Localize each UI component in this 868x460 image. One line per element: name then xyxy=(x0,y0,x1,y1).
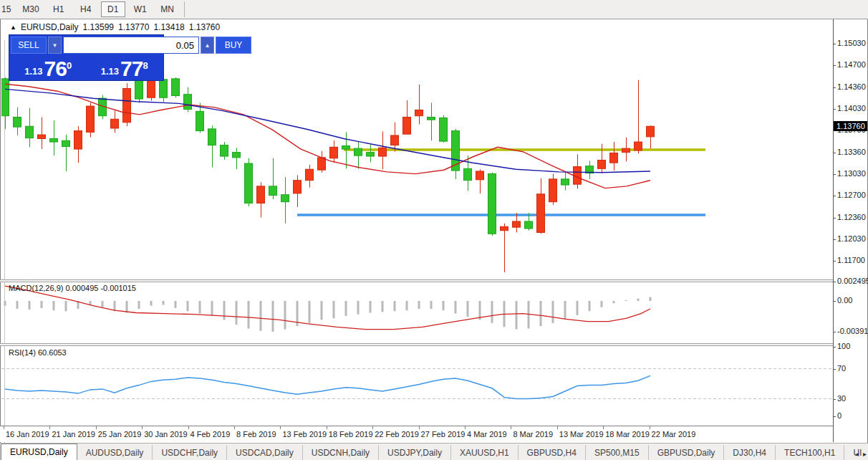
symbol-tab-dj30-h4[interactable]: DJ30,H4 xyxy=(724,445,776,460)
date-tick xyxy=(650,426,650,429)
date-tick xyxy=(557,426,558,429)
symbol-tab-eurusd-daily[interactable]: EURUSD,Daily xyxy=(1,444,77,460)
price-tick xyxy=(833,196,836,196)
rsi-splitter[interactable] xyxy=(0,343,833,346)
price-tick xyxy=(833,218,836,219)
rsi-axis-label: 0 xyxy=(837,411,842,420)
rsi-tick xyxy=(833,416,836,417)
buy-price-display[interactable]: 1.13 77 8 xyxy=(87,55,163,80)
date-tick xyxy=(96,426,97,429)
date-axis-label: 21 Jan 2019 xyxy=(52,430,95,439)
macd-axis-label: 0.002495 xyxy=(837,277,868,285)
date-tick xyxy=(327,426,327,429)
macd-tick xyxy=(833,282,836,282)
timeframe-button-15[interactable]: 15 xyxy=(0,1,15,17)
chart-symbol-label: EURUSD,Daily xyxy=(21,22,79,32)
date-axis-label: 22 Feb 2019 xyxy=(375,430,419,439)
rsi-axis-label: 30 xyxy=(837,394,846,403)
price-tick xyxy=(833,65,836,66)
macd-values: 0.000495 -0.001015 xyxy=(65,284,135,292)
ohlc-close: 1.13760 xyxy=(189,22,220,32)
macd-axis-label: 0.00 xyxy=(837,296,852,305)
date-axis-label: 25 Jan 2019 xyxy=(98,430,142,439)
volume-up-icon[interactable]: ▲ xyxy=(201,37,214,54)
volume-down-icon[interactable]: ▼ xyxy=(48,37,62,54)
timeframe-button-mn[interactable]: MN xyxy=(155,1,180,17)
symbol-tab-sp500-m15[interactable]: SP500,M15 xyxy=(586,445,649,460)
date-axis-label: 13 Mar 2019 xyxy=(559,430,604,439)
price-tick xyxy=(833,239,836,240)
date-tick xyxy=(603,426,604,429)
tab-scroll-right-icon[interactable]: ▸ xyxy=(863,450,867,458)
symbol-tab-gbpusd-h4[interactable]: GBPUSD,H4 xyxy=(519,445,586,460)
volume-input[interactable] xyxy=(63,37,199,54)
timeframe-button-w1[interactable]: W1 xyxy=(128,1,153,17)
buy-button[interactable]: BUY xyxy=(216,37,251,54)
symbol-tab-usdcnh-daily[interactable]: USDCNH,Daily xyxy=(303,445,379,460)
date-tick xyxy=(511,426,511,429)
macd-tick xyxy=(833,332,836,332)
macd-name: MACD(12,26,9) xyxy=(9,284,63,292)
date-axis-label: 18 Feb 2019 xyxy=(329,430,373,439)
price-axis-label: 1.13030 xyxy=(837,169,866,178)
sell-price-big: 76 xyxy=(44,59,67,79)
date-axis-label: 16 Jan 2019 xyxy=(6,430,49,439)
date-tick xyxy=(234,426,235,429)
date-tick xyxy=(419,426,420,429)
date-axis-label: 18 Mar 2019 xyxy=(605,430,650,439)
timeframe-button-h4[interactable]: H4 xyxy=(74,1,98,17)
price-axis-label: 1.14700 xyxy=(837,60,866,69)
symbol-tab-usdjpy-daily[interactable]: USDJPY,Daily xyxy=(379,445,451,460)
symbol-tab-tech100-h1[interactable]: TECH100,H1 xyxy=(776,445,844,460)
price-axis-label: 1.11700 xyxy=(837,256,865,264)
date-axis-label: 4 Feb 2019 xyxy=(191,430,231,439)
one-click-trade-panel: SELL ▼ ▲ BUY 1.13 76 0 1.13 77 8 xyxy=(9,34,164,81)
tab-scroll-left-icon[interactable]: ◂ xyxy=(855,450,859,458)
macd-label: MACD(12,26,9) 0.000495 -0.001015 xyxy=(9,284,136,292)
rsi-value: 60.6053 xyxy=(38,348,67,357)
buy-price-sup: 8 xyxy=(143,55,148,77)
sell-button[interactable]: SELL xyxy=(11,37,47,54)
rsi-tick xyxy=(833,369,836,370)
chart-window[interactable] xyxy=(0,19,868,443)
timeframe-buttons: 15M30H1H4D1W1MN xyxy=(0,1,181,17)
price-axis-label: 1.14360 xyxy=(837,82,866,91)
timeframe-toolbar: 15M30H1H4D1W1MN xyxy=(0,0,868,19)
tab-scroll-buttons: ◂▸ xyxy=(855,450,867,458)
price-axis-label: 1.15030 xyxy=(837,39,866,47)
date-axis: 16 Jan 201921 Jan 201925 Jan 201930 Jan … xyxy=(0,426,833,442)
sell-price-prefix: 1.13 xyxy=(24,64,42,79)
price-axis-border xyxy=(833,19,834,442)
price-tick xyxy=(833,174,836,175)
date-tick xyxy=(372,426,373,429)
symbol-tab-usdcad-daily[interactable]: USDCAD,Daily xyxy=(227,445,303,460)
price-tick xyxy=(833,44,836,44)
macd-splitter[interactable] xyxy=(0,279,833,282)
symbol-tab-bar: EURUSD,DailyAUDUSD,DailyUSDCHF,DailyUSDC… xyxy=(0,443,868,460)
rsi-tick xyxy=(833,347,836,348)
symbol-tab-xauusd-h1[interactable]: XAUUSD,H1 xyxy=(451,445,519,460)
timeframe-button-h1[interactable]: H1 xyxy=(47,1,71,17)
timeframe-button-m30[interactable]: M30 xyxy=(18,1,43,17)
window-inner-edge xyxy=(4,40,5,460)
collapse-panel-icon[interactable]: ▲ xyxy=(10,24,16,31)
symbol-tab-usdchf-daily[interactable]: USDCHF,Daily xyxy=(153,445,227,460)
macd-axis-label: -0.003919 xyxy=(837,327,868,335)
price-tick xyxy=(833,87,836,88)
date-axis-label: 27 Feb 2019 xyxy=(421,430,466,439)
chart-ohlc-title: ▲ EURUSD,Daily 1.13599 1.13770 1.13418 1… xyxy=(10,22,220,32)
price-axis-label: 1.12360 xyxy=(837,213,866,221)
price-tick xyxy=(833,261,836,262)
date-axis-label: 8 Mar 2019 xyxy=(513,430,553,439)
trading-platform-window: 15M30H1H4D1W1MN ▲ EURUSD,Daily 1.13599 1… xyxy=(0,0,868,460)
timeframe-button-d1[interactable]: D1 xyxy=(101,1,125,17)
rsi-axis-label: 100 xyxy=(837,342,850,350)
macd-tick xyxy=(833,301,836,302)
ohlc-open: 1.13599 xyxy=(83,22,114,32)
price-axis-label: 1.12700 xyxy=(837,191,866,199)
symbol-tab-audusd-daily[interactable]: AUDUSD,Daily xyxy=(77,445,153,460)
symbol-tab-gbpusd-daily[interactable]: GBPUSD,Daily xyxy=(649,445,725,460)
price-tick xyxy=(833,109,836,110)
date-axis-label: 22 Mar 2019 xyxy=(652,430,696,439)
sell-price-display[interactable]: 1.13 76 0 xyxy=(11,55,86,80)
